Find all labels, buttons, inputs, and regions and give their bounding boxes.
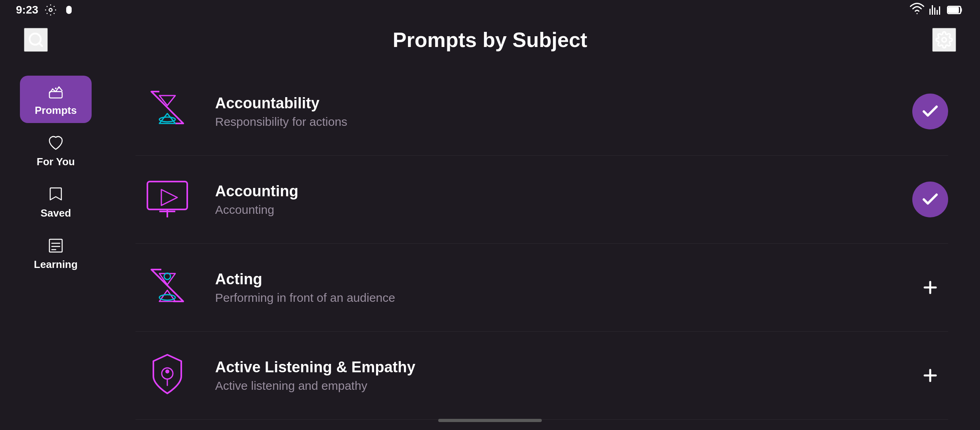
accountability-name: Accountability — [215, 95, 896, 112]
accounting-desc: Accounting — [215, 203, 896, 217]
list-item: Accounting Accounting — [135, 156, 948, 244]
svg-point-0 — [49, 8, 52, 12]
check-icon — [921, 102, 940, 121]
svg-point-10 — [55, 88, 57, 89]
list-item: Acting Performing in front of an audienc… — [135, 244, 948, 332]
sidebar-prompts-label: Prompts — [35, 104, 76, 117]
acting-info: Acting Performing in front of an audienc… — [215, 271, 896, 305]
scroll-indicator — [438, 419, 542, 422]
sidebar: Prompts For You Saved Learning — [0, 60, 112, 430]
list-item: Active listening Listen to understand — [135, 420, 948, 430]
sidebar-learning-label: Learning — [34, 258, 78, 271]
acting-name: Acting — [215, 271, 896, 288]
svg-point-1 — [67, 8, 68, 9]
active-listening-empathy-icon — [135, 344, 199, 407]
time-display: 9:23 — [16, 4, 38, 16]
svg-rect-8 — [49, 92, 62, 98]
status-bar: 9:23 — [0, 0, 980, 20]
svg-line-24 — [151, 270, 183, 301]
svg-line-16 — [151, 92, 183, 123]
svg-rect-4 — [949, 8, 958, 12]
wifi-icon — [910, 3, 924, 17]
sidebar-item-learning[interactable]: Learning — [20, 230, 92, 277]
add-icon — [921, 278, 940, 297]
android-icon — [63, 4, 75, 16]
svg-point-19 — [159, 117, 175, 122]
sidebar-for-you-label: For You — [37, 156, 75, 168]
check-icon — [921, 190, 940, 209]
accounting-name: Accounting — [215, 183, 896, 200]
svg-rect-20 — [147, 182, 187, 209]
svg-line-6 — [39, 43, 42, 46]
prompts-icon — [46, 82, 65, 101]
search-icon — [27, 31, 44, 48]
svg-marker-23 — [161, 190, 177, 205]
acting-add-button[interactable] — [912, 270, 948, 305]
for-you-icon — [46, 133, 65, 152]
battery-icon — [947, 3, 964, 17]
list-item: Accountability Responsibility for action… — [135, 68, 948, 156]
active-listening-empathy-add-button[interactable] — [912, 358, 948, 393]
add-icon — [921, 366, 940, 385]
active-listening-empathy-name: Active Listening & Empathy — [215, 359, 896, 376]
top-bar: Prompts by Subject — [0, 20, 980, 60]
svg-point-2 — [70, 8, 71, 9]
acting-desc: Performing in front of an audience — [215, 291, 896, 305]
status-left: 9:23 — [16, 4, 75, 16]
status-icons — [910, 3, 964, 17]
svg-point-33 — [165, 369, 169, 373]
accountability-check-button[interactable] — [912, 94, 948, 129]
svg-point-11 — [58, 87, 60, 88]
active-listening-empathy-info: Active Listening & Empathy Active listen… — [215, 359, 896, 393]
system-settings-icon — [45, 4, 57, 16]
svg-point-7 — [942, 38, 947, 42]
settings-button[interactable] — [932, 28, 956, 52]
svg-point-9 — [52, 88, 53, 90]
accountability-info: Accountability Responsibility for action… — [215, 95, 896, 129]
accountability-icon — [135, 80, 199, 143]
sidebar-item-prompts[interactable]: Prompts — [20, 76, 92, 123]
page-title: Prompts by Subject — [48, 28, 932, 52]
list-item: Active Listening & Empathy Active listen… — [135, 332, 948, 420]
main-content: Accountability Responsibility for action… — [112, 60, 980, 430]
accounting-icon — [135, 168, 199, 231]
learning-icon — [46, 236, 65, 255]
signal-icon — [928, 3, 943, 17]
accounting-check-button[interactable] — [912, 182, 948, 217]
settings-gear-icon — [935, 31, 953, 49]
sidebar-item-saved[interactable]: Saved — [20, 178, 92, 226]
sidebar-item-for-you[interactable]: For You — [20, 127, 92, 174]
accountability-desc: Responsibility for actions — [215, 115, 896, 129]
saved-icon — [46, 185, 65, 204]
sidebar-saved-label: Saved — [41, 207, 71, 219]
acting-icon — [135, 256, 199, 319]
accounting-info: Accounting Accounting — [215, 183, 896, 217]
active-listening-empathy-desc: Active listening and empathy — [215, 379, 896, 393]
search-button[interactable] — [24, 28, 48, 52]
